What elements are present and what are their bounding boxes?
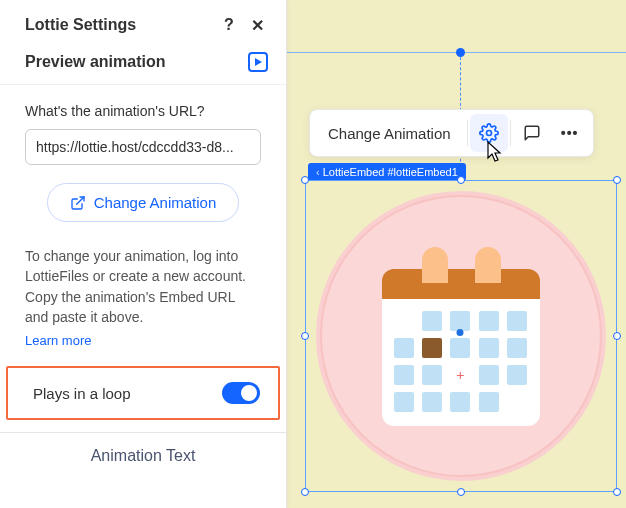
animation-text-section[interactable]: Animation Text	[0, 432, 286, 479]
selection-box[interactable]: +	[305, 180, 617, 492]
help-text: To change your animation, log into Lotti…	[25, 246, 261, 327]
learn-more-link[interactable]: Learn more	[25, 333, 91, 348]
element-tag-label: ‹LottieEmbed #lottieEmbed1	[308, 163, 466, 181]
guide-anchor-dot	[456, 48, 465, 57]
help-icon[interactable]: ?	[218, 14, 240, 36]
close-icon[interactable]: ✕	[246, 14, 268, 36]
svg-line-0	[76, 197, 83, 204]
loop-toggle[interactable]	[222, 382, 260, 404]
svg-point-1	[486, 131, 491, 136]
lottie-settings-panel: Lottie Settings ? ✕ Preview animation Wh…	[0, 0, 287, 508]
url-field-label: What's the animation's URL?	[25, 103, 261, 119]
change-animation-button-label: Change Animation	[94, 194, 217, 211]
plays-in-loop-row: Plays in a loop	[6, 366, 280, 420]
toolbar-change-animation[interactable]: Change Animation	[314, 117, 465, 150]
editor-canvas[interactable]: Change Animation ••• ‹LottieEmbed #lotti…	[287, 0, 626, 508]
panel-title: Lottie Settings	[25, 16, 218, 34]
settings-icon[interactable]	[470, 114, 508, 152]
animation-url-input[interactable]	[25, 129, 261, 165]
play-icon[interactable]	[248, 52, 268, 72]
lottie-preview: +	[306, 181, 616, 491]
preview-animation-heading: Preview animation	[25, 53, 248, 71]
calendar-icon: +	[382, 247, 540, 426]
element-toolbar: Change Animation •••	[309, 109, 594, 157]
external-link-icon	[70, 195, 86, 211]
loop-label: Plays in a loop	[33, 385, 222, 402]
change-animation-button[interactable]: Change Animation	[47, 183, 240, 222]
more-icon[interactable]: •••	[551, 114, 589, 152]
comment-icon[interactable]	[513, 114, 551, 152]
